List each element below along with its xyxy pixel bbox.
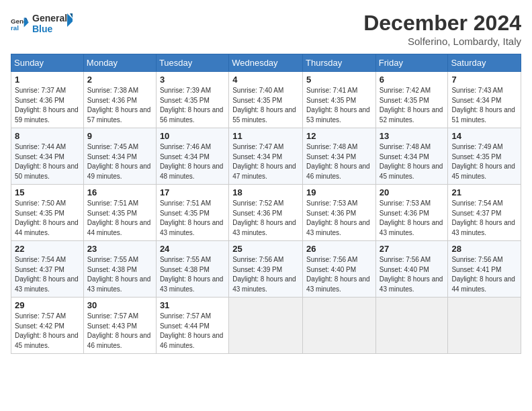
day-info: Sunrise: 7:51 AM Sunset: 4:35 PM Dayligh… xyxy=(87,199,152,238)
day-info: Sunrise: 7:53 AM Sunset: 4:36 PM Dayligh… xyxy=(306,199,372,238)
day-info: Sunrise: 7:55 AM Sunset: 4:38 PM Dayligh… xyxy=(87,255,152,294)
calendar-day-header: Tuesday xyxy=(156,54,228,72)
calendar-cell: 30 Sunrise: 7:57 AM Sunset: 4:43 PM Dayl… xyxy=(83,298,156,354)
day-info: Sunrise: 7:46 AM Sunset: 4:34 PM Dayligh… xyxy=(160,142,225,181)
day-number: 5 xyxy=(306,75,372,85)
day-number: 12 xyxy=(306,131,372,141)
day-info: Sunrise: 7:55 AM Sunset: 4:38 PM Dayligh… xyxy=(160,255,225,294)
month-title: December 2024 xyxy=(363,11,521,36)
day-number: 17 xyxy=(160,187,225,197)
calendar-cell: 14 Sunrise: 7:49 AM Sunset: 4:35 PM Dayl… xyxy=(448,128,521,185)
calendar-week-row: 15 Sunrise: 7:50 AM Sunset: 4:35 PM Dayl… xyxy=(11,185,521,241)
day-number: 14 xyxy=(451,131,517,141)
day-info: Sunrise: 7:52 AM Sunset: 4:36 PM Dayligh… xyxy=(232,199,299,238)
calendar-week-row: 1 Sunrise: 7:37 AM Sunset: 4:36 PM Dayli… xyxy=(11,72,521,128)
day-number: 19 xyxy=(306,187,372,197)
day-info: Sunrise: 7:54 AM Sunset: 4:37 PM Dayligh… xyxy=(15,255,80,294)
calendar-cell: 17 Sunrise: 7:51 AM Sunset: 4:35 PM Dayl… xyxy=(156,185,228,241)
day-info: Sunrise: 7:44 AM Sunset: 4:34 PM Dayligh… xyxy=(15,142,80,181)
calendar-cell: 5 Sunrise: 7:41 AM Sunset: 4:35 PM Dayli… xyxy=(303,72,376,128)
day-number: 16 xyxy=(87,187,152,197)
day-number: 4 xyxy=(232,75,299,85)
calendar-cell: 9 Sunrise: 7:45 AM Sunset: 4:34 PM Dayli… xyxy=(83,128,156,185)
day-info: Sunrise: 7:45 AM Sunset: 4:34 PM Dayligh… xyxy=(87,142,152,181)
calendar-cell: 2 Sunrise: 7:38 AM Sunset: 4:36 PM Dayli… xyxy=(83,72,156,128)
location: Solferino, Lombardy, Italy xyxy=(363,36,521,47)
day-number: 3 xyxy=(160,75,225,85)
calendar-cell: 15 Sunrise: 7:50 AM Sunset: 4:35 PM Dayl… xyxy=(11,185,84,241)
day-number: 6 xyxy=(380,75,445,85)
calendar-cell: 4 Sunrise: 7:40 AM Sunset: 4:35 PM Dayli… xyxy=(229,72,303,128)
calendar-table: SundayMondayTuesdayWednesdayThursdayFrid… xyxy=(11,54,521,354)
day-number: 30 xyxy=(87,300,152,310)
day-number: 8 xyxy=(15,131,80,141)
calendar-week-row: 22 Sunrise: 7:54 AM Sunset: 4:37 PM Dayl… xyxy=(11,241,521,298)
day-number: 28 xyxy=(451,244,517,254)
day-info: Sunrise: 7:57 AM Sunset: 4:44 PM Dayligh… xyxy=(160,312,225,351)
day-number: 2 xyxy=(87,75,152,85)
svg-text:ral: ral xyxy=(11,24,19,32)
calendar-cell: 26 Sunrise: 7:56 AM Sunset: 4:40 PM Dayl… xyxy=(303,241,376,298)
calendar-cell: 27 Sunrise: 7:56 AM Sunset: 4:40 PM Dayl… xyxy=(375,241,448,298)
calendar-cell: 13 Sunrise: 7:48 AM Sunset: 4:34 PM Dayl… xyxy=(375,128,448,185)
day-info: Sunrise: 7:41 AM Sunset: 4:35 PM Dayligh… xyxy=(306,86,372,125)
day-number: 11 xyxy=(232,131,299,141)
day-info: Sunrise: 7:56 AM Sunset: 4:41 PM Dayligh… xyxy=(451,255,517,294)
calendar-day-header: Friday xyxy=(375,54,448,72)
day-info: Sunrise: 7:38 AM Sunset: 4:36 PM Dayligh… xyxy=(87,86,152,125)
calendar-cell: 10 Sunrise: 7:46 AM Sunset: 4:34 PM Dayl… xyxy=(156,128,228,185)
calendar-day-header: Monday xyxy=(83,54,156,72)
general-blue-logo: General Blue xyxy=(32,11,73,36)
day-number: 13 xyxy=(380,131,445,141)
day-number: 26 xyxy=(306,244,372,254)
day-number: 21 xyxy=(451,187,517,197)
svg-text:Blue: Blue xyxy=(32,24,53,34)
day-number: 9 xyxy=(87,131,152,141)
day-info: Sunrise: 7:42 AM Sunset: 4:35 PM Dayligh… xyxy=(380,86,445,125)
calendar-cell: 6 Sunrise: 7:42 AM Sunset: 4:35 PM Dayli… xyxy=(375,72,448,128)
calendar-cell: 31 Sunrise: 7:57 AM Sunset: 4:44 PM Dayl… xyxy=(156,298,228,354)
day-number: 31 xyxy=(160,300,225,310)
day-info: Sunrise: 7:47 AM Sunset: 4:34 PM Dayligh… xyxy=(232,142,299,181)
calendar-cell: 19 Sunrise: 7:53 AM Sunset: 4:36 PM Dayl… xyxy=(303,185,376,241)
logo: Gene ral General Blue xyxy=(11,11,73,36)
calendar-cell: 18 Sunrise: 7:52 AM Sunset: 4:36 PM Dayl… xyxy=(229,185,303,241)
day-info: Sunrise: 7:56 AM Sunset: 4:40 PM Dayligh… xyxy=(380,255,445,294)
calendar-day-header: Sunday xyxy=(11,54,84,72)
calendar-cell: 21 Sunrise: 7:54 AM Sunset: 4:37 PM Dayl… xyxy=(448,185,521,241)
day-number: 25 xyxy=(232,244,299,254)
calendar-day-header: Thursday xyxy=(303,54,376,72)
day-info: Sunrise: 7:48 AM Sunset: 4:34 PM Dayligh… xyxy=(306,142,372,181)
day-info: Sunrise: 7:51 AM Sunset: 4:35 PM Dayligh… xyxy=(160,199,225,238)
day-info: Sunrise: 7:54 AM Sunset: 4:37 PM Dayligh… xyxy=(451,199,517,238)
day-number: 23 xyxy=(87,244,152,254)
calendar-cell xyxy=(448,298,521,354)
day-number: 27 xyxy=(380,244,445,254)
calendar-week-row: 29 Sunrise: 7:57 AM Sunset: 4:42 PM Dayl… xyxy=(11,298,521,354)
calendar-cell xyxy=(375,298,448,354)
calendar-cell: 23 Sunrise: 7:55 AM Sunset: 4:38 PM Dayl… xyxy=(83,241,156,298)
day-info: Sunrise: 7:37 AM Sunset: 4:36 PM Dayligh… xyxy=(15,86,80,125)
day-number: 24 xyxy=(160,244,225,254)
svg-text:General: General xyxy=(32,13,67,24)
day-info: Sunrise: 7:39 AM Sunset: 4:35 PM Dayligh… xyxy=(160,86,225,125)
calendar-cell: 16 Sunrise: 7:51 AM Sunset: 4:35 PM Dayl… xyxy=(83,185,156,241)
calendar-cell: 8 Sunrise: 7:44 AM Sunset: 4:34 PM Dayli… xyxy=(11,128,84,185)
day-info: Sunrise: 7:57 AM Sunset: 4:43 PM Dayligh… xyxy=(87,312,152,351)
calendar-day-header: Saturday xyxy=(448,54,521,72)
page-container: Gene ral General Blue December 2024 Solf… xyxy=(0,0,532,359)
day-info: Sunrise: 7:48 AM Sunset: 4:34 PM Dayligh… xyxy=(380,142,445,181)
title-section: December 2024 Solferino, Lombardy, Italy xyxy=(363,11,521,47)
calendar-cell: 3 Sunrise: 7:39 AM Sunset: 4:35 PM Dayli… xyxy=(156,72,228,128)
day-info: Sunrise: 7:57 AM Sunset: 4:42 PM Dayligh… xyxy=(15,312,80,351)
day-info: Sunrise: 7:43 AM Sunset: 4:34 PM Dayligh… xyxy=(451,86,517,125)
day-info: Sunrise: 7:56 AM Sunset: 4:39 PM Dayligh… xyxy=(232,255,299,294)
day-number: 29 xyxy=(15,300,80,310)
header: Gene ral General Blue December 2024 Solf… xyxy=(11,11,521,47)
day-number: 22 xyxy=(15,244,80,254)
day-number: 20 xyxy=(380,187,445,197)
calendar-cell: 28 Sunrise: 7:56 AM Sunset: 4:41 PM Dayl… xyxy=(448,241,521,298)
day-number: 15 xyxy=(15,187,80,197)
calendar-header-row: SundayMondayTuesdayWednesdayThursdayFrid… xyxy=(11,54,521,72)
calendar-week-row: 8 Sunrise: 7:44 AM Sunset: 4:34 PM Dayli… xyxy=(11,128,521,185)
